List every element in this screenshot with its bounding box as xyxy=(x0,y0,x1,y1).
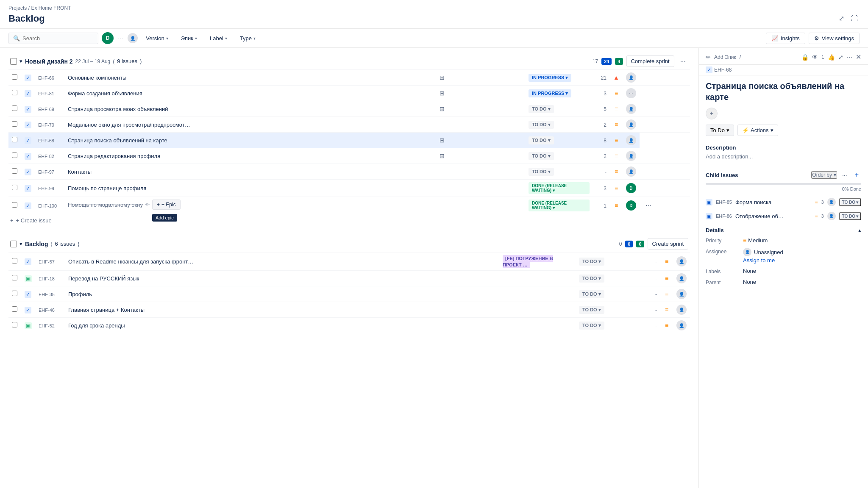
avatar[interactable]: 👤 xyxy=(676,289,687,299)
priority-value[interactable]: ≡ Medium xyxy=(743,237,768,244)
issue-title[interactable]: Профиль xyxy=(68,291,92,297)
status-badge[interactable]: TO DO ▾ xyxy=(529,136,554,144)
backlog-header[interactable]: ▾ Backlog (6 issues) 0 0 0 Create sprint xyxy=(8,236,690,252)
collapse-icon[interactable]: ▾ xyxy=(19,241,22,247)
issue-title[interactable]: Контакты xyxy=(68,169,92,175)
labels-value[interactable]: None xyxy=(743,268,756,274)
row-checkbox[interactable] xyxy=(12,258,17,263)
avatar[interactable]: 👤 xyxy=(626,135,636,145)
child-status-badge[interactable]: TO DO ▾ xyxy=(839,212,861,220)
row-checkbox[interactable] xyxy=(12,137,17,142)
row-checkbox[interactable] xyxy=(12,291,17,296)
avatar[interactable]: 👤 xyxy=(626,166,636,177)
child-issue-title[interactable]: Форма поиска xyxy=(735,199,811,205)
issue-title[interactable]: Помощь по странице профиля xyxy=(68,185,146,191)
child-issues-more-button[interactable]: ··· xyxy=(840,170,850,180)
avatar[interactable]: · · xyxy=(626,88,636,98)
row-more-button[interactable]: ··· xyxy=(643,200,654,211)
issue-title[interactable]: Форма создания объявления xyxy=(68,90,142,97)
status-badge[interactable]: TO DO ▾ xyxy=(529,105,554,113)
rp-description-input[interactable]: Add a description... xyxy=(706,153,861,160)
sprint-checkbox[interactable] xyxy=(10,58,17,65)
rp-add-button[interactable]: + xyxy=(706,108,718,119)
child-avatar[interactable]: 👤 xyxy=(827,198,836,206)
child-issue-id[interactable]: EHF-86 xyxy=(716,214,732,219)
child-status-badge[interactable]: TO DO ▾ xyxy=(839,198,861,206)
status-badge[interactable]: TO DO ▾ xyxy=(579,306,604,314)
rp-issue-id[interactable]: EHF-68 xyxy=(714,67,732,73)
assign-to-me-link[interactable]: Assign to me xyxy=(743,257,775,263)
issue-title[interactable]: Страница просмотра моих объявлений xyxy=(68,106,168,112)
complete-sprint-button[interactable]: Complete sprint xyxy=(626,55,674,67)
status-badge[interactable]: IN PROGRESS ▾ xyxy=(529,74,571,82)
status-badge[interactable]: TO DO ▾ xyxy=(529,152,554,160)
avatar[interactable]: 👤 xyxy=(676,256,687,266)
create-issue-button[interactable]: + + Create issue xyxy=(8,214,690,227)
avatar-d[interactable]: D xyxy=(626,200,636,211)
add-epic-button[interactable]: + + Epic xyxy=(152,200,181,210)
row-checkbox[interactable] xyxy=(12,168,17,174)
share-icon[interactable]: ⤢ xyxy=(838,54,843,61)
epic-filter[interactable]: Эпик ▾ xyxy=(176,33,202,44)
row-checkbox[interactable] xyxy=(12,90,17,95)
status-badge[interactable]: IN PROGRESS ▾ xyxy=(529,89,571,97)
backlog-checkbox[interactable] xyxy=(10,241,17,247)
collapse-icon[interactable]: ▾ xyxy=(19,58,22,64)
row-checkbox[interactable] xyxy=(12,121,17,127)
issue-title[interactable]: Страница поиска объявлений на карте xyxy=(68,137,167,144)
expand-icon[interactable]: ⛶ xyxy=(849,13,860,24)
thumbs-up-icon[interactable]: 👍 xyxy=(828,54,835,61)
breadcrumb-project[interactable]: Ex Home FRONT xyxy=(31,5,71,11)
search-input[interactable] xyxy=(22,35,94,42)
avatar[interactable]: 👤 xyxy=(676,305,687,315)
row-checkbox[interactable] xyxy=(12,185,17,190)
view-settings-button[interactable]: ⚙ View settings xyxy=(809,33,860,44)
avatar-d[interactable]: D xyxy=(626,183,636,193)
create-sprint-button[interactable]: Create sprint xyxy=(648,238,688,250)
edit-icon[interactable]: ✏ xyxy=(706,54,711,61)
row-checkbox[interactable] xyxy=(12,105,17,111)
breadcrumb-projects[interactable]: Projects xyxy=(8,5,27,11)
status-badge[interactable]: TO DO ▾ xyxy=(579,290,604,298)
row-checkbox[interactable] xyxy=(12,275,17,280)
status-badge[interactable]: TO DO ▾ xyxy=(579,322,604,330)
avatar-grey[interactable]: 👤 xyxy=(128,33,138,43)
sprint-more-button[interactable]: ··· xyxy=(678,56,688,67)
close-icon[interactable]: ✕ xyxy=(856,53,861,61)
row-checkbox[interactable] xyxy=(12,202,17,208)
share-icon[interactable]: ⤢ xyxy=(837,13,846,24)
actions-button[interactable]: ⚡ Actions ▾ xyxy=(737,125,778,136)
issue-title[interactable]: Перевод на РУССКИЙ язык xyxy=(68,275,139,282)
issue-title[interactable]: Главная страница + Контакты xyxy=(68,307,145,313)
avatar[interactable]: 👤 xyxy=(626,151,636,161)
status-badge[interactable]: DONE (RELEASE WAITING) ▾ xyxy=(529,182,590,194)
avatar[interactable]: 👤 xyxy=(626,104,636,114)
parent-value[interactable]: None xyxy=(743,279,756,285)
sprint-header[interactable]: ▾ Новый дизайн 2 22 Jul – 19 Aug (9 issu… xyxy=(8,53,690,69)
status-badge[interactable]: TO DO ▾ xyxy=(529,121,554,129)
status-badge[interactable]: TO DO ▾ xyxy=(529,168,554,176)
child-issue-title[interactable]: Отображение об… xyxy=(735,213,811,219)
version-filter[interactable]: Version ▾ xyxy=(141,33,172,44)
todo-dropdown[interactable]: To Do ▾ xyxy=(706,125,734,136)
more-icon[interactable]: ··· xyxy=(847,53,852,61)
edit-icon[interactable]: ✏ xyxy=(145,202,150,208)
insights-button[interactable]: 📈 Insights xyxy=(766,33,805,44)
row-checkbox[interactable] xyxy=(12,306,17,312)
issue-title[interactable]: Модальное окно для просмотра/предпросмот… xyxy=(68,122,190,128)
avatar[interactable]: 👤 xyxy=(626,72,636,83)
rp-add-epic-label[interactable]: Add Эпик xyxy=(714,54,736,60)
assignee-text[interactable]: Unassigned xyxy=(754,249,783,255)
row-checkbox[interactable] xyxy=(12,74,17,80)
issue-title[interactable]: Помощь по модальному окну xyxy=(68,202,143,208)
issue-title[interactable]: Описать в Readme нюансы для запуска фрон… xyxy=(68,258,193,265)
search-box[interactable]: 🔍 xyxy=(8,33,98,44)
status-badge[interactable]: TO DO ▾ xyxy=(579,258,604,266)
label-filter[interactable]: Label ▾ xyxy=(205,33,232,44)
order-by-button[interactable]: Order by ▾ xyxy=(811,171,837,179)
details-header[interactable]: Details ▴ xyxy=(706,227,861,233)
row-checkbox[interactable] xyxy=(12,322,17,327)
child-issue-id[interactable]: EHF-85 xyxy=(716,200,732,205)
avatar-d[interactable]: D xyxy=(102,32,114,44)
avatar[interactable]: 👤 xyxy=(676,320,687,330)
